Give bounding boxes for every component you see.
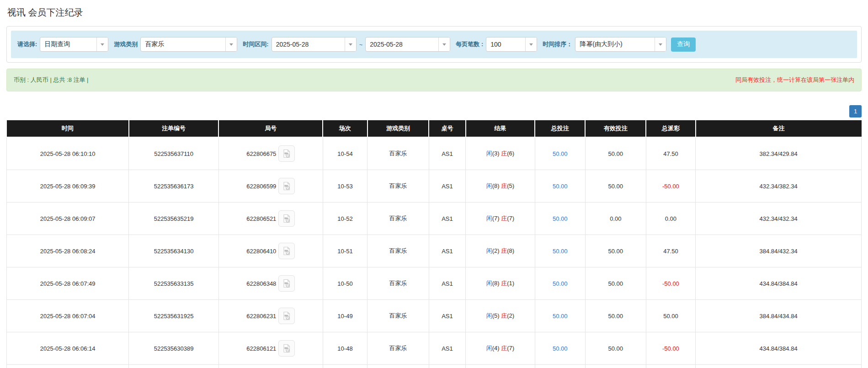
table-row: 2025-05-28 06:07:49 522535633135 6228063… <box>7 267 862 300</box>
query-type-select[interactable]: 日期查询 <box>40 37 108 52</box>
note-cell: 484.84/434.84 <box>696 365 862 368</box>
video-file-icon <box>282 213 292 224</box>
payout-cell: 47.50 <box>646 235 695 267</box>
result-cell: 闲(5) 庄(2) <box>466 300 535 332</box>
player-score: (5) <box>492 312 500 319</box>
column-header: 局号 <box>218 120 323 137</box>
column-header: 结果 <box>466 120 535 137</box>
filter-panel: 请选择: 日期查询 游戏类别 百家乐 时间区间: 2025-05-28 ~ 20… <box>6 26 862 63</box>
note-cell: 382.34/429.84 <box>696 137 862 170</box>
round-id-cell: 622806521 <box>218 203 323 235</box>
per-page-value: 100 <box>486 37 525 51</box>
bet-id-cell: 522535629626 <box>129 365 218 368</box>
valid-bet-cell: 50.00 <box>585 170 646 203</box>
video-replay-button[interactable] <box>278 308 295 324</box>
round-id-cell: 622806410 <box>218 235 323 267</box>
payout-cell: -50.00 <box>646 365 695 368</box>
banker-label: 庄 <box>501 345 507 352</box>
per-page-select[interactable]: 100 <box>486 37 537 52</box>
round-id-cell: 622806031 <box>218 365 323 368</box>
chevron-down-icon <box>438 37 450 51</box>
currency-total-text: 币别 : 人民币 | 总共 :8 注单 | <box>14 76 89 84</box>
valid-bet-cell: 50.00 <box>585 235 646 267</box>
player-score: (7) <box>492 215 500 222</box>
game-type-select[interactable]: 百家乐 <box>140 37 237 52</box>
video-file-icon <box>282 311 292 321</box>
result-cell: 闲(7) 庄(0) <box>466 365 535 368</box>
column-header: 有效投注 <box>585 120 646 137</box>
valid-bet-notice-text: 同局有效投注，统一计算在该局第一张注单内 <box>735 76 854 84</box>
video-replay-button[interactable] <box>278 178 295 194</box>
time-cell: 2025-05-28 06:10:10 <box>7 137 129 170</box>
time-sort-select[interactable]: 降幂(由大到小) <box>575 37 666 52</box>
session-cell: 10-53 <box>323 170 367 203</box>
search-button[interactable]: 查询 <box>671 37 696 52</box>
date-from-select[interactable]: 2025-05-28 <box>272 37 357 52</box>
video-replay-button[interactable] <box>278 340 295 357</box>
time-cell: 2025-05-28 06:06:14 <box>7 332 129 365</box>
date-to-select[interactable]: 2025-05-28 <box>365 37 450 52</box>
note-cell: 384.84/432.34 <box>696 235 862 267</box>
player-label: 闲 <box>486 247 492 254</box>
video-file-icon <box>282 246 292 256</box>
bet-id-cell: 522535634130 <box>129 235 218 267</box>
payout-cell: -50.00 <box>646 267 695 300</box>
video-file-icon <box>282 278 292 288</box>
page-number-button[interactable]: 1 <box>849 105 862 117</box>
player-label: 闲 <box>486 312 492 319</box>
banker-label: 庄 <box>501 280 507 287</box>
table-no-cell: AS1 <box>429 203 465 235</box>
summary-bar: 币别 : 人民币 | 总共 :8 注单 | 同局有效投注，统一计算在该局第一张注… <box>6 69 862 91</box>
time-cell: 2025-05-28 06:09:07 <box>7 203 129 235</box>
banker-label: 庄 <box>501 150 507 157</box>
banker-score: (8) <box>507 247 514 254</box>
video-replay-button[interactable] <box>278 275 295 292</box>
table-row: 2025-05-28 06:09:39 522535636173 6228065… <box>7 170 862 203</box>
table-no-cell: AS1 <box>429 332 465 365</box>
round-id-cell: 622806231 <box>218 300 323 332</box>
player-label: 闲 <box>486 182 492 189</box>
player-label: 闲 <box>486 345 492 352</box>
session-cell: 10-51 <box>323 235 367 267</box>
round-id-value: 622806348 <box>246 280 276 287</box>
game-type-cell: 百家乐 <box>367 203 429 235</box>
banker-score: (7) <box>507 345 514 352</box>
table-no-cell: AS1 <box>429 365 465 368</box>
player-score: (8) <box>492 182 500 189</box>
payout-cell: 47.50 <box>646 137 695 170</box>
game-type-cell: 百家乐 <box>367 332 429 365</box>
payout-cell: 0.00 <box>646 203 695 235</box>
table-row: 2025-05-28 06:10:10 522535637110 6228066… <box>7 137 862 170</box>
valid-bet-cell: 50.00 <box>585 332 646 365</box>
video-replay-button[interactable] <box>278 145 295 162</box>
bet-id-cell: 522535636173 <box>129 170 218 203</box>
video-file-icon <box>282 149 292 159</box>
result-cell: 闲(8) 庄(5) <box>466 170 535 203</box>
table-no-cell: AS1 <box>429 170 465 203</box>
valid-bet-cell: 50.00 <box>585 137 646 170</box>
banker-label: 庄 <box>501 312 507 319</box>
table-row: 2025-05-28 06:06:14 522535630389 6228061… <box>7 332 862 365</box>
bet-id-cell: 522535637110 <box>129 137 218 170</box>
date-from-value: 2025-05-28 <box>272 37 345 51</box>
total-bet-cell: 50.00 <box>535 365 585 368</box>
filter-label-time-range: 时间区间: <box>243 40 268 48</box>
filter-bar: 请选择: 日期查询 游戏类别 百家乐 时间区间: 2025-05-28 ~ 20… <box>11 31 857 58</box>
table-row: 2025-05-28 06:07:04 522535631925 6228062… <box>7 300 862 332</box>
table-row: 2025-05-28 06:09:07 522535635219 6228065… <box>7 203 862 235</box>
query-type-value: 日期查询 <box>40 37 96 51</box>
round-id-value: 622806599 <box>246 183 276 190</box>
banker-score: (1) <box>507 280 514 287</box>
result-cell: 闲(7) 庄(7) <box>466 203 535 235</box>
valid-bet-cell: 0.00 <box>585 203 646 235</box>
round-id-value: 622806521 <box>246 215 276 222</box>
game-type-cell: 百家乐 <box>367 137 429 170</box>
chevron-down-icon <box>525 37 537 51</box>
table-no-cell: AS1 <box>429 267 465 300</box>
filter-label-per-page: 每页笔数 : <box>456 40 483 48</box>
session-cell: 10-49 <box>323 300 367 332</box>
table-header-row: 时间注单编号局号场次游戏类别桌号结果总投注有效投注总派彩备注 <box>7 120 862 137</box>
video-replay-button[interactable] <box>278 243 295 259</box>
filter-label-select: 请选择: <box>17 40 37 48</box>
video-replay-button[interactable] <box>278 210 295 227</box>
